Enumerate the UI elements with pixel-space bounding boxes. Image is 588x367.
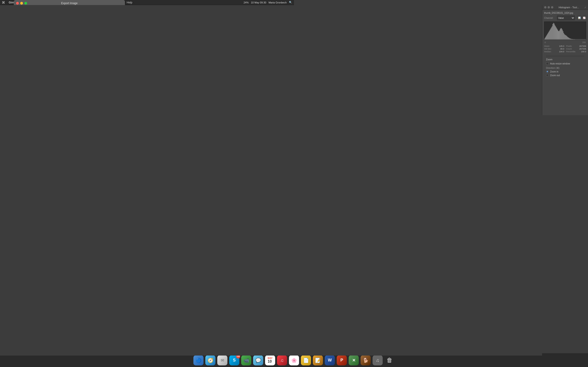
minimize-button[interactable]	[20, 2, 23, 5]
apple-menu[interactable]: ⌘	[2, 1, 5, 4]
close-button[interactable]	[16, 2, 19, 5]
menu-time: 10 May 09:30	[251, 1, 266, 4]
traffic-lights	[16, 2, 27, 5]
menu-search-icon[interactable]: 🔍	[289, 1, 292, 4]
maximize-button[interactable]	[24, 2, 27, 5]
dialog-title: Export Image	[61, 2, 78, 5]
menu-battery: 24%	[243, 1, 249, 4]
gimp-background	[0, 5, 294, 184]
menu-user: Maria Gronbech	[268, 1, 287, 4]
menu-help[interactable]: Help	[127, 1, 132, 4]
